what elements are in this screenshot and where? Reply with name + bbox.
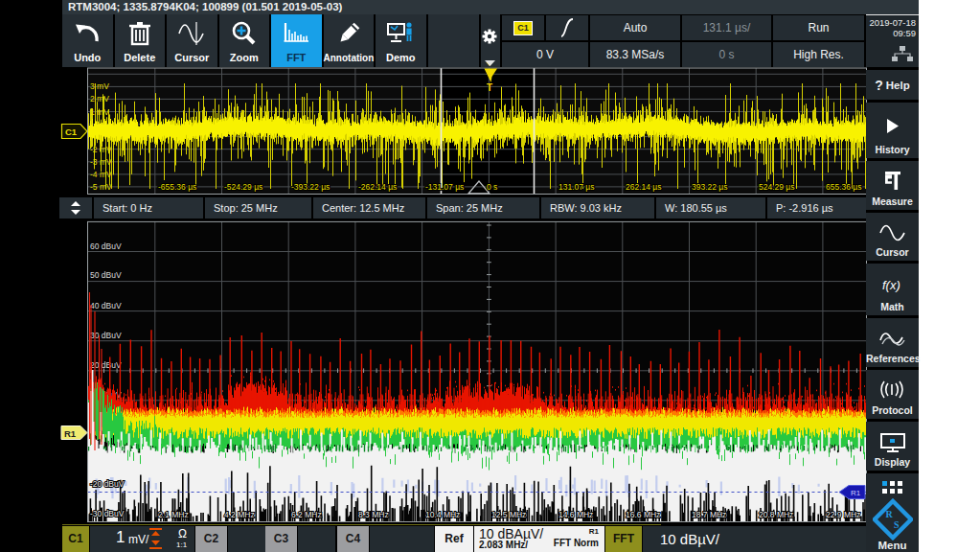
svg-text:-20 dBuV: -20 dBuV xyxy=(90,479,125,489)
svg-text:4.2 MHz: 4.2 MHz xyxy=(224,510,255,519)
svg-text:40 dBuV: 40 dBuV xyxy=(90,301,122,310)
svg-text:10.4 MHz: 10.4 MHz xyxy=(425,510,460,519)
svg-text:6.2 MHz: 6.2 MHz xyxy=(291,510,322,519)
svg-text:20.8 MHz: 20.8 MHz xyxy=(759,510,793,519)
svg-text:50 dBuV: 50 dBuV xyxy=(90,270,122,280)
svg-text:16.6 MHz: 16.6 MHz xyxy=(626,510,660,519)
svg-text:R1: R1 xyxy=(64,428,77,439)
svg-text:60 dBuV: 60 dBuV xyxy=(90,242,122,251)
svg-text:-30 dBuV: -30 dBuV xyxy=(90,509,125,518)
svg-text:12.5 MHz: 12.5 MHz xyxy=(491,510,526,519)
svg-text:18.7 MHz: 18.7 MHz xyxy=(692,510,726,519)
svg-text:14.6 MHz: 14.6 MHz xyxy=(558,510,593,519)
svg-text:R1: R1 xyxy=(851,489,861,497)
svg-text:f(x): f(x) xyxy=(882,278,900,292)
svg-text:8.3 MHz: 8.3 MHz xyxy=(358,510,389,519)
svg-text:22.9 MHz: 22.9 MHz xyxy=(826,510,860,519)
svg-text:R: R xyxy=(886,509,894,519)
svg-text:S: S xyxy=(894,519,900,530)
svg-text:2.1 MHz: 2.1 MHz xyxy=(158,510,189,519)
